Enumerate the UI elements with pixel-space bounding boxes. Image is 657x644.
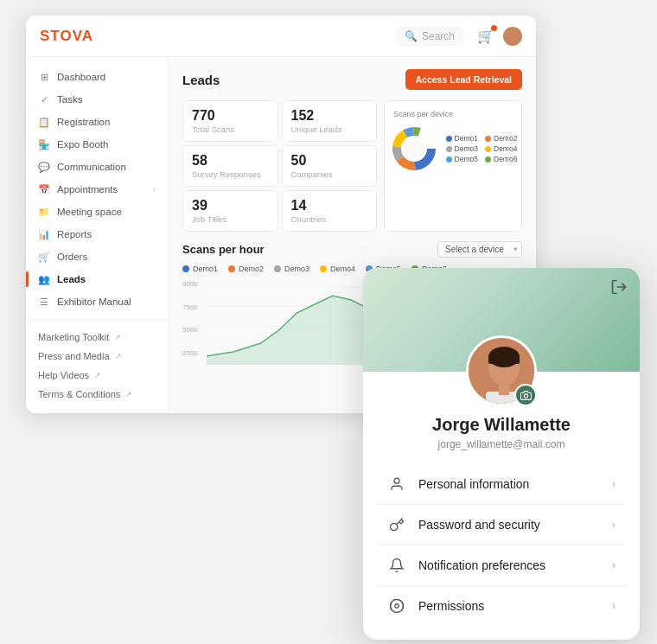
sidebar-item-label: Exhibitor Manual [57, 296, 131, 307]
external-link-icon: ↗ [114, 333, 121, 341]
legend-item-demo1: Demo1 [446, 134, 478, 143]
sidebar-divider [26, 320, 168, 321]
cart-badge [491, 25, 497, 31]
stat-value: 14 [291, 198, 368, 214]
svg-point-19 [524, 393, 527, 397]
search-icon: 🔍 [405, 30, 418, 42]
donut-title: Scans per device [393, 110, 453, 118]
menu-label-notifications: Notification preferences [418, 558, 600, 572]
communication-icon: 💬 [38, 161, 50, 173]
profile-name: Jorge Willamette [377, 415, 626, 435]
cl-dot-demo2 [228, 265, 235, 272]
donut-svg [389, 124, 439, 174]
logout-button[interactable] [610, 278, 628, 300]
search-bar[interactable]: 🔍 Search [396, 27, 463, 46]
cl-demo2: Demo2 [228, 265, 264, 273]
legend-label: Demo2 [494, 134, 517, 143]
camera-badge[interactable] [514, 384, 537, 406]
exhibitor-manual-icon: ☰ [38, 296, 50, 308]
svg-point-20 [394, 478, 399, 483]
sidebar-item-leads[interactable]: 👥 Leads [26, 268, 168, 290]
svg-rect-18 [499, 385, 509, 395]
sidebar-item-expo-booth[interactable]: 🏪 Expo Booth [26, 133, 168, 156]
external-link-icon: ↗ [94, 371, 101, 379]
sidebar-item-reports[interactable]: 📊 Reports [26, 223, 168, 245]
profile-email: jorge_willamette@mail.com [377, 438, 626, 450]
sidebar-item-exhibitor-manual[interactable]: ☰ Exhibitor Manual [26, 290, 168, 313]
sidebar-item-tasks[interactable]: ✓ Tasks [26, 88, 168, 111]
device-select-wrap[interactable]: Select a device [437, 240, 522, 258]
cl-label: Demo2 [239, 265, 264, 273]
sidebar-item-communication[interactable]: 💬 Communication [26, 156, 168, 178]
chevron-right-icon: › [612, 559, 616, 571]
stat-value: 58 [192, 153, 269, 169]
stat-value: 770 [192, 108, 269, 124]
marketing-toolkit-label: Marketing Toolkit [38, 332, 109, 342]
sidebar-item-appointments[interactable]: 📅 Appointments ‹ [26, 178, 168, 201]
donut-legend: Demo1 Demo2 Demo3 [446, 134, 518, 163]
stat-label: Companies [291, 169, 368, 179]
sidebar-item-registration[interactable]: 📋 Registration [26, 111, 168, 133]
terms-label: Terms & Conditions [38, 389, 120, 399]
stat-value: 50 [291, 153, 368, 169]
menu-item-personal-info[interactable]: Personal information › [377, 464, 626, 505]
chevron-right-icon: › [612, 478, 616, 490]
meeting-space-icon: 📁 [38, 206, 50, 218]
donut-chart-area: Scans per device [384, 100, 522, 232]
permissions-icon [387, 598, 406, 614]
sidebar-item-label: Orders [57, 252, 87, 262]
legend-dot-demo3 [446, 146, 452, 152]
sidebar-item-label: Tasks [57, 94, 82, 105]
cl-label: Demo4 [330, 265, 355, 273]
stat-label: Countries [291, 214, 368, 224]
header-bar: STOVA 🔍 Search 🛒 [26, 16, 536, 57]
leads-icon: 👥 [38, 273, 50, 285]
profile-avatar-wrap [466, 335, 537, 406]
sidebar-item-meeting-space[interactable]: 📁 Meeting space [26, 201, 168, 223]
profile-card: Jorge Willamette jorge_willamette@mail.c… [363, 268, 640, 640]
svg-point-21 [395, 604, 399, 609]
header-icons: 🛒 [477, 27, 522, 46]
sidebar-link-terms[interactable]: Terms & Conditions ↗ [26, 385, 168, 404]
menu-item-password-security[interactable]: Password and security › [377, 505, 626, 545]
device-select[interactable]: Select a device [437, 241, 522, 258]
legend-item-demo2: Demo2 [485, 134, 517, 143]
sidebar-item-label: Expo Booth [57, 139, 108, 150]
user-avatar-header[interactable] [503, 27, 522, 46]
sidebar-link-press[interactable]: Press and Media ↗ [26, 347, 168, 366]
chevron-icon: ‹ [153, 185, 156, 194]
cl-label: Demo3 [284, 265, 309, 273]
y-label: 9000 [182, 280, 198, 288]
menu-item-permissions[interactable]: Permissions › [377, 586, 626, 626]
cl-dot-demo3 [274, 265, 281, 272]
stat-job-titles: 39 Job Titles [182, 190, 278, 232]
sidebar-item-label: Registration [57, 117, 110, 127]
sidebar-item-label: Leads [57, 274, 86, 284]
profile-menu: Personal information › Password and secu… [363, 464, 640, 626]
legend-dot-demo5 [446, 156, 452, 163]
appointments-icon: 📅 [38, 183, 50, 195]
stat-companies: 50 Companies [282, 145, 378, 187]
sidebar-link-help[interactable]: Help Videos ↗ [26, 366, 168, 385]
dashboard-icon: ⊞ [38, 71, 50, 83]
stat-value: 152 [291, 108, 368, 124]
legend-dot-demo2 [485, 136, 491, 142]
sidebar-link-marketing[interactable]: Marketing Toolkit ↗ [26, 328, 168, 347]
menu-item-notifications[interactable]: Notification preferences › [377, 545, 626, 586]
scans-per-hour-header: Scans per hour Select a device [182, 240, 522, 258]
svg-rect-16 [488, 357, 520, 364]
sidebar-item-dashboard[interactable]: ⊞ Dashboard [26, 66, 168, 88]
help-videos-label: Help Videos [38, 370, 89, 380]
access-lead-retrieval-button[interactable]: Access Lead Retrieval [405, 69, 522, 90]
cart-icon-wrap[interactable]: 🛒 [477, 28, 494, 44]
legend-item-demo3: Demo3 [446, 144, 478, 153]
sidebar-item-orders[interactable]: 🛒 Orders [26, 245, 168, 268]
password-security-icon [387, 517, 406, 532]
leads-title: Leads [182, 73, 220, 87]
stat-label: Total Scans [192, 124, 269, 134]
external-link-icon: ↗ [115, 352, 122, 360]
notifications-icon [387, 558, 406, 573]
scans-title: Scans per hour [182, 243, 265, 256]
y-label: 2500 [182, 349, 198, 357]
legend-label: Demo6 [494, 155, 517, 163]
